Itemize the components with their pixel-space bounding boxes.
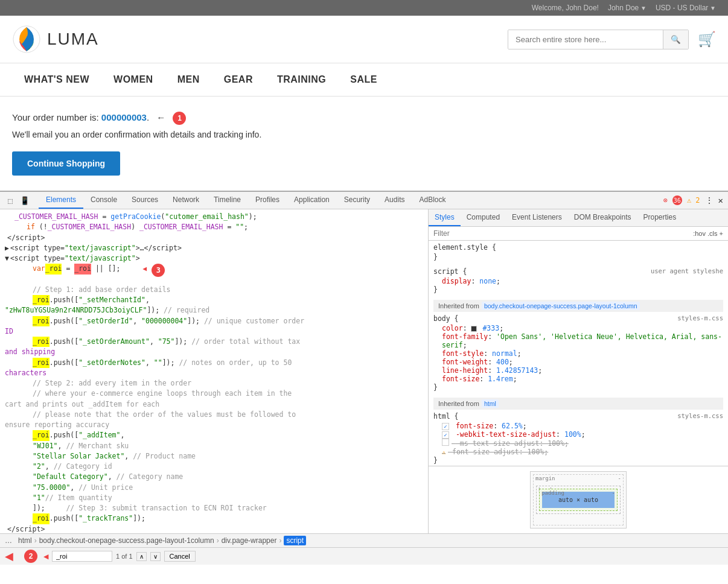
nav-item-sale[interactable]: Sale	[338, 63, 389, 96]
continue-shopping-button[interactable]: Continue Shopping	[12, 151, 120, 176]
currency-dropdown[interactable]: USD - US Dollar	[656, 4, 716, 12]
tab-profiles[interactable]: Profiles	[248, 192, 287, 209]
search-input-bottom[interactable]	[52, 551, 112, 562]
nav-item-women[interactable]: Women	[101, 63, 165, 96]
nav-item-men[interactable]: Men	[165, 63, 212, 96]
css-source-body: styles-m.css	[677, 314, 723, 322]
code-line: // Step 2: add every item in the order	[0, 378, 428, 389]
error-badge: 36	[672, 195, 682, 205]
cart-icon[interactable]: 🛒	[698, 31, 716, 48]
css-block-close: }	[433, 285, 723, 294]
code-line: _roi.push(["_trackTrans"]);	[0, 513, 428, 524]
box-margin-value: -	[618, 475, 621, 481]
css-block-close: }	[433, 383, 723, 392]
css-source: user agent styleshe	[651, 267, 723, 275]
devtools-toolbar: ⬚ 📱 Elements Console Sources Network Tim…	[0, 192, 728, 209]
code-line: _roi.push(["_setOrderNotes", ""]); // no…	[0, 358, 428, 368]
bc-script[interactable]: script	[284, 536, 306, 545]
styles-tab-styles[interactable]: Styles	[429, 209, 461, 226]
search-button[interactable]: 🔍	[663, 30, 688, 49]
css-prop-ms-text-size: -ms-text-size-adjust: 100%;	[433, 439, 723, 448]
nav-item-training[interactable]: Training	[265, 63, 338, 96]
tab-audits[interactable]: Audits	[377, 192, 412, 209]
css-selector-script: script { user agent styleshe	[433, 267, 723, 276]
css-prop-font-weight: font-weight: 400;	[433, 358, 723, 366]
styles-tab-event-listeners[interactable]: Event Listeners	[506, 209, 568, 226]
box-padding: padding - auto × auto	[539, 489, 618, 511]
tab-application[interactable]: Application	[287, 192, 337, 209]
user-dropdown[interactable]: John Doe	[608, 4, 647, 12]
warning-badge: ⚠ 2	[687, 196, 700, 205]
search-bottom-bar: ◀ 2 ◀ 1 of 1 ∧ ∨ Cancel	[0, 547, 728, 565]
bc-div[interactable]: div.page-wrapper	[222, 536, 277, 545]
checkbox-webkit-text-size[interactable]: ✓	[442, 431, 449, 439]
code-line: cart and prints out _addItem for each	[0, 399, 428, 410]
code-line: "Stellar Solar Jacket", // Product name	[0, 451, 428, 462]
tab-timeline[interactable]: Timeline	[206, 192, 248, 209]
code-line: ID	[0, 326, 428, 337]
code-line: if (!_CUSTOMER_EMAIL_HASH) _CUSTOMER_EMA…	[0, 222, 428, 232]
prev-result-button[interactable]: ∧	[136, 552, 147, 561]
nav-item-whats-new[interactable]: What's New	[12, 63, 101, 96]
styles-tab-dom-breakpoints[interactable]: DOM Breakpoints	[568, 209, 637, 226]
checkbox-font-size[interactable]: ✓	[442, 423, 449, 430]
css-block-close: }	[433, 456, 723, 465]
code-line: ensure reporting accuracy	[0, 420, 428, 430]
inherited-class-body: body.checkout-onepage-success.page-layou…	[482, 302, 640, 310]
close-devtools-icon[interactable]: ✕	[718, 195, 723, 205]
code-line: // Step 1: add base order details	[0, 285, 428, 295]
tab-elements[interactable]: Elements	[39, 192, 83, 209]
top-bar: Welcome, John Doe! John Doe USD - US Dol…	[0, 0, 728, 16]
more-options-icon[interactable]: ⋮	[705, 195, 714, 205]
tab-network[interactable]: Network	[165, 192, 206, 209]
styles-filter: :hov .cls +	[429, 227, 728, 241]
styles-panel: Styles Computed Event Listeners DOM Brea…	[429, 209, 728, 533]
css-block-html: html { styles-m.css ✓ font-size: 62.5%; …	[433, 412, 723, 465]
tab-security[interactable]: Security	[337, 192, 377, 209]
order-number: 000000003	[101, 112, 147, 122]
css-source-html: styles-m.css	[677, 412, 723, 419]
css-block-element-style: element.style { }	[433, 243, 723, 261]
search-bar[interactable]: 🔍	[508, 30, 689, 49]
styles-tabs: Styles Computed Event Listeners DOM Brea…	[429, 209, 728, 227]
code-line: "zHwT8uYGSUa9n2r4NRDD75JCb3oiyCLF"]); //…	[0, 305, 428, 316]
code-line: _roi.push(["_addItem",	[0, 430, 428, 440]
devtools-panel: ⬚ 📱 Elements Console Sources Network Tim…	[0, 191, 728, 565]
styles-tab-properties[interactable]: Properties	[637, 209, 682, 226]
next-result-button[interactable]: ∨	[150, 552, 161, 561]
code-line: _CUSTOMER_EMAIL_HASH = getPraCookie("cut…	[0, 212, 428, 222]
code-line: ]); // Step 3: submit transaction to ECN…	[0, 503, 428, 513]
code-line: </script>	[0, 233, 428, 243]
header: LUMA 🔍 🛒	[0, 16, 728, 63]
cancel-search-button[interactable]: Cancel	[164, 551, 196, 562]
tab-sources[interactable]: Sources	[124, 192, 165, 209]
styles-filter-input[interactable]	[433, 229, 693, 238]
annotation-2: 2	[24, 550, 37, 563]
logo[interactable]: LUMA	[12, 25, 99, 54]
css-prop-display: display: none;	[433, 277, 723, 285]
search-arrow-icon: ◀	[5, 550, 13, 563]
nav-item-gear[interactable]: Gear	[212, 63, 265, 96]
code-line: </script>	[0, 524, 428, 534]
filter-options: :hov .cls +	[693, 230, 723, 237]
devtools-tabs: Elements Console Sources Network Timelin…	[39, 192, 661, 209]
css-selector-html: html { styles-m.css	[433, 412, 723, 421]
code-line: and shipping	[0, 347, 428, 357]
tab-console[interactable]: Console	[83, 192, 124, 209]
search-input[interactable]	[508, 30, 663, 49]
devtools-breadcrumb-bar: … html › body.checkout-onepage-success.p…	[0, 533, 728, 547]
bc-html[interactable]: html	[18, 536, 32, 545]
styles-tab-computed[interactable]: Computed	[461, 209, 506, 226]
code-line: "1" // Item quantity	[0, 493, 428, 503]
device-mode-icon[interactable]: 📱	[19, 195, 30, 206]
css-prop-font-size-html: ✓ font-size: 62.5%;	[433, 422, 723, 430]
bc-body[interactable]: body.checkout-onepage-success.page-layou…	[39, 536, 214, 545]
box-padding-value: -	[612, 490, 615, 496]
tab-adblock[interactable]: AdBlock	[412, 192, 453, 209]
code-line: characters	[0, 368, 428, 378]
search-result-count: 1 of 1	[116, 553, 133, 560]
select-element-icon[interactable]: ⬚	[5, 195, 16, 206]
code-line: _roi.push(["_setMerchantId",	[0, 295, 428, 305]
code-line: _roi.push(["_setOrderId", "000000004"]);…	[0, 316, 428, 326]
checkbox-ms-text-size[interactable]	[442, 439, 449, 446]
